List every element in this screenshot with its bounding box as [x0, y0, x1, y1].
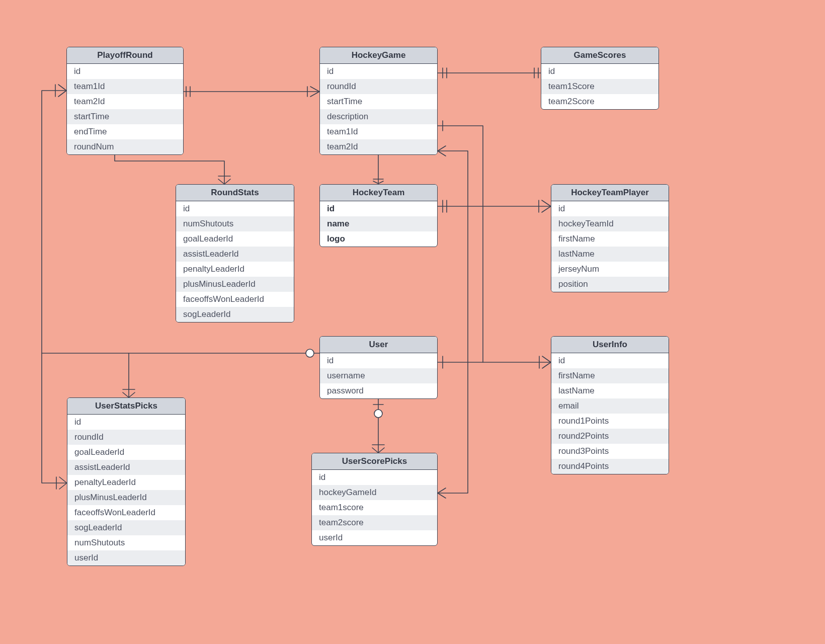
entity-field: roundId: [320, 79, 437, 94]
entity-title: User: [320, 337, 437, 353]
entity-field: hockeyTeamId: [551, 216, 669, 231]
entity-field: lastName: [551, 383, 669, 398]
entity-field: id: [176, 201, 294, 216]
entity-field: id: [312, 470, 437, 485]
entity-field: firstName: [551, 368, 669, 383]
entity-playoffround[interactable]: PlayoffRoundidteam1Idteam2IdstartTimeend…: [66, 47, 184, 155]
entity-field: goalLeaderId: [176, 231, 294, 247]
svg-point-1: [374, 410, 382, 418]
entity-field: penaltyLeaderId: [176, 262, 294, 277]
entity-field: startTime: [320, 94, 437, 109]
entity-field: team2score: [312, 515, 437, 530]
entity-field: roundId: [67, 430, 185, 445]
entity-field: username: [320, 368, 437, 383]
entity-roundstats[interactable]: RoundStatsidnumShutoutsgoalLeaderIdassis…: [176, 184, 294, 323]
entity-userstatspicks[interactable]: UserStatsPicksidroundIdgoalLeaderIdassis…: [67, 397, 186, 566]
entity-hockeygame[interactable]: HockeyGameidroundIdstartTimedescriptiont…: [319, 47, 438, 155]
entity-userinfo[interactable]: UserInfoidfirstNamelastNameemailround1Po…: [551, 336, 669, 474]
entity-field: id: [67, 64, 183, 79]
entity-field: roundNum: [67, 139, 183, 154]
entity-field: id: [551, 353, 669, 368]
entity-field: team2Id: [67, 94, 183, 109]
entity-field: team1Id: [320, 124, 437, 139]
entity-title: UserInfo: [551, 337, 669, 353]
entity-field: faceoffsWonLeaderId: [176, 292, 294, 307]
entity-field: round2Points: [551, 429, 669, 444]
entity-userscorepicks[interactable]: UserScorePicksidhockeyGameIdteam1scorete…: [311, 453, 438, 546]
er-diagram-canvas: PlayoffRoundidteam1Idteam2IdstartTimeend…: [0, 0, 825, 644]
entity-field: endTime: [67, 124, 183, 139]
entity-field: startTime: [67, 109, 183, 124]
entity-field: email: [551, 398, 669, 414]
entity-field: position: [551, 277, 669, 292]
entity-field: description: [320, 109, 437, 124]
entity-field: assistLeaderId: [67, 460, 185, 475]
entity-hockeyteamplayer[interactable]: HockeyTeamPlayeridhockeyTeamIdfirstNamel…: [551, 184, 669, 292]
entity-field: assistLeaderId: [176, 247, 294, 262]
entity-field: lastName: [551, 247, 669, 262]
entity-field: team2Id: [320, 139, 437, 154]
svg-point-0: [306, 349, 314, 357]
entity-field: penaltyLeaderId: [67, 475, 185, 490]
entity-field: id: [320, 353, 437, 368]
entity-field: faceoffsWonLeaderId: [67, 505, 185, 520]
entity-title: HockeyGame: [320, 47, 437, 64]
entity-field: firstName: [551, 231, 669, 247]
entity-field: logo: [320, 231, 437, 247]
entity-field: numShutouts: [67, 535, 185, 550]
entity-gamescores[interactable]: GameScoresidteam1Scoreteam2Score: [541, 47, 659, 110]
entity-field: goalLeaderId: [67, 445, 185, 460]
entity-field: plusMinusLeaderId: [67, 490, 185, 505]
entity-field: team2Score: [541, 94, 658, 109]
entity-field: hockeyGameId: [312, 485, 437, 500]
entity-title: UserScorePicks: [312, 453, 437, 470]
entity-title: GameScores: [541, 47, 658, 64]
entity-field: sogLeaderId: [176, 307, 294, 322]
entity-title: UserStatsPicks: [67, 398, 185, 415]
entity-field: round3Points: [551, 444, 669, 459]
entity-user[interactable]: Useridusernamepassword: [319, 336, 438, 399]
entity-field: id: [320, 201, 437, 216]
entity-field: jerseyNum: [551, 262, 669, 277]
entity-field: numShutouts: [176, 216, 294, 231]
entity-field: team1score: [312, 500, 437, 515]
entity-field: id: [551, 201, 669, 216]
entity-title: PlayoffRound: [67, 47, 183, 64]
entity-title: HockeyTeam: [320, 185, 437, 201]
entity-field: team1Score: [541, 79, 658, 94]
entity-field: userId: [67, 550, 185, 566]
entity-field: userId: [312, 530, 437, 545]
entity-field: name: [320, 216, 437, 231]
entity-title: RoundStats: [176, 185, 294, 201]
entity-field: round1Points: [551, 414, 669, 429]
entity-field: id: [320, 64, 437, 79]
entity-hockeyteam[interactable]: HockeyTeamidnamelogo: [319, 184, 438, 247]
entity-field: team1Id: [67, 79, 183, 94]
entity-field: plusMinusLeaderId: [176, 277, 294, 292]
entity-field: id: [67, 415, 185, 430]
entity-field: round4Points: [551, 459, 669, 474]
entity-field: password: [320, 383, 437, 398]
entity-field: sogLeaderId: [67, 520, 185, 535]
entity-title: HockeyTeamPlayer: [551, 185, 669, 201]
entity-field: id: [541, 64, 658, 79]
